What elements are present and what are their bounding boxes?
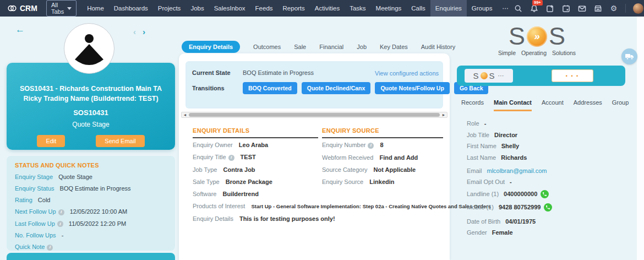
all-tabs-label: All Tabs	[51, 2, 64, 15]
field-email-opt-out: Email Opt Out -	[467, 178, 552, 185]
scroll-left-icon[interactable]: ◄	[182, 112, 188, 117]
brand-label: CRM	[20, 4, 37, 13]
chevron-down-icon	[67, 7, 72, 10]
next-card-edge	[7, 253, 175, 260]
info-icon[interactable]: i	[57, 221, 63, 227]
zoho-crm-logo[interactable]: CRM	[8, 4, 37, 13]
scroll-right-icon[interactable]: ►	[440, 112, 447, 117]
tab-tasks[interactable]: Tasks	[345, 0, 370, 17]
scrollbar-thumb[interactable]	[189, 113, 440, 117]
enquiry-details-section-header: ENQUIRY DETAILS	[193, 127, 318, 138]
tab-activities[interactable]: Activities	[310, 0, 345, 17]
tab-addresses[interactable]: Addresses	[574, 99, 602, 111]
info-icon[interactable]: i	[228, 155, 234, 161]
notifications-bell-icon[interactable]: 99+	[530, 4, 538, 13]
tab-financial[interactable]: Financial	[319, 44, 343, 50]
field-enquiry-stage: Enquiry Stage Quote Stage	[15, 174, 167, 180]
tab-jobs[interactable]: Jobs	[185, 0, 209, 17]
field-enquiry-status: Enquiry Status BOQ Estimate in Progress	[15, 185, 167, 192]
back-arrow-icon[interactable]: ←	[15, 24, 25, 35]
tab-audit-history[interactable]: Audit History	[421, 44, 455, 50]
tab-meetings[interactable]: Meetings	[371, 0, 407, 17]
enquiry-details-card: Current State BOQ Estimate in Progress V…	[179, 53, 450, 260]
info-icon[interactable]: i	[58, 209, 64, 215]
floating-action-button[interactable]	[621, 48, 637, 64]
notification-count-badge: 99+	[532, 0, 543, 6]
previous-record-icon[interactable]: ‹	[133, 27, 136, 36]
tab-calls[interactable]: Calls	[406, 0, 430, 17]
company-tagline: Simple Operating Solutions	[492, 50, 582, 56]
field-job-title: Job Title Director	[467, 132, 552, 138]
field-rating: Rating Cold	[15, 197, 167, 203]
logo-pill-button[interactable]: S S ⋯	[465, 69, 513, 83]
tab-records[interactable]: Records	[461, 99, 484, 111]
record-id: SOS10431	[7, 109, 175, 117]
tab-key-dates[interactable]: Key Dates	[380, 44, 408, 50]
view-configured-actions-link[interactable]: View configured actions	[375, 70, 439, 77]
record-title: SOS10431 - Richards Construction Main TA…	[7, 84, 175, 104]
edit-button[interactable]: Edit	[37, 135, 65, 147]
field-role: Role -	[467, 120, 552, 127]
more-icon: ⋯	[498, 72, 505, 79]
all-tabs-dropdown[interactable]: All Tabs	[46, 0, 77, 17]
compose-new-icon[interactable]	[545, 4, 554, 13]
call-phone-icon[interactable]	[544, 203, 552, 212]
record-image-avatar[interactable]	[64, 23, 114, 74]
tab-outcomes[interactable]: Outcomes	[253, 44, 281, 50]
transitions-label: Transitions	[192, 85, 243, 91]
send-email-button[interactable]: Send Email	[96, 135, 144, 147]
more-actions-button[interactable]: • • •	[552, 69, 593, 82]
truck-icon	[625, 53, 634, 60]
call-phone-icon[interactable]	[541, 190, 549, 198]
current-state-value: BOQ Estimate in Progress	[243, 69, 314, 76]
logo-letter: S	[509, 24, 525, 48]
topnav-actions: 99+ ⚙	[514, 0, 644, 17]
more-tabs-icon[interactable]: ⋯	[498, 0, 514, 17]
logo-letter: S	[549, 24, 565, 48]
tab-group[interactable]: Group	[612, 99, 629, 111]
horizontal-scrollbar[interactable]: ◄ ►	[181, 112, 447, 118]
settings-gear-icon[interactable]: ⚙	[609, 4, 618, 13]
record-stage: Quote Stage	[7, 121, 175, 128]
image-placeholder-icon	[72, 31, 107, 66]
logo-circle-icon: »	[527, 26, 547, 47]
email-link[interactable]: mlcolbran@gmail.com	[487, 167, 547, 174]
mail-icon[interactable]	[577, 4, 586, 13]
user-avatar[interactable]	[633, 3, 643, 14]
info-icon[interactable]: i	[47, 245, 53, 251]
detail-tabs: Enquiry Details Outcomes Sale Financial …	[182, 41, 455, 53]
tab-dashboards[interactable]: Dashboards	[109, 0, 153, 17]
crm-window: CRM All Tabs Home Dashboards Projects Jo…	[0, 0, 644, 260]
enquiry-source-section-header: ENQUIRY SOURCE	[322, 127, 443, 138]
tab-reports[interactable]: Reports	[278, 0, 310, 17]
transition-boq-converted-button[interactable]: BOQ Converted	[243, 82, 297, 94]
tab-groups[interactable]: Groups	[467, 0, 498, 17]
field-last-name: Last Name Richards	[467, 154, 552, 161]
logo-dot-icon	[481, 72, 488, 79]
tab-salesinbox[interactable]: SalesInbox	[209, 0, 250, 17]
tab-home[interactable]: Home	[82, 0, 109, 17]
field-no-follow-ups: No. Follow Ups -	[15, 232, 167, 239]
tab-sale[interactable]: Sale	[294, 44, 306, 50]
company-logo: S » S Simple Operating Solutions	[492, 24, 582, 56]
related-logo-bar: S S ⋯ • • •	[457, 66, 625, 86]
transition-quote-declined-button[interactable]: Quote Declined/Canx	[302, 82, 371, 94]
contact-tabs: Records Main Contact Account Addresses G…	[461, 99, 629, 111]
tab-main-contact[interactable]: Main Contact	[494, 99, 532, 111]
field-gender: Gender Female	[467, 229, 552, 236]
next-record-icon[interactable]: ›	[143, 27, 145, 36]
main-contact-fields: Role - Job Title Director First Name She…	[467, 120, 552, 241]
calendar-icon[interactable]	[561, 4, 570, 13]
info-icon[interactable]: i	[368, 143, 374, 149]
tab-enquiry-details[interactable]: Enquiry Details	[182, 41, 240, 53]
tab-projects[interactable]: Projects	[153, 0, 186, 17]
field-software: Software Buildertrend	[193, 191, 443, 197]
tab-feeds[interactable]: Feeds	[250, 0, 278, 17]
transition-quote-notes-button[interactable]: Quote Notes/Follow Up	[375, 82, 450, 94]
marketplace-icon[interactable]	[593, 4, 602, 13]
tab-job[interactable]: Job	[357, 44, 367, 50]
search-icon[interactable]	[514, 4, 522, 13]
tab-enquiries[interactable]: Enquiries	[430, 0, 467, 17]
tab-account[interactable]: Account	[542, 99, 564, 111]
field-email: Email mlcolbran@gmail.com	[467, 167, 552, 174]
